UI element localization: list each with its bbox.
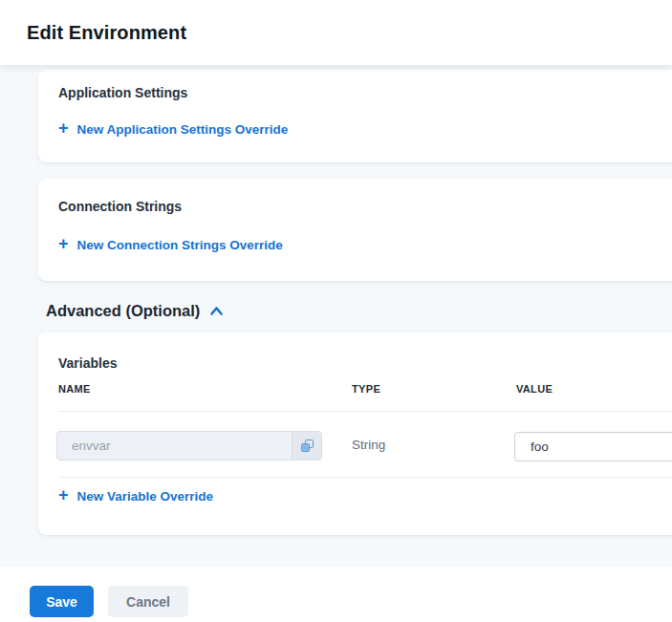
variable-value-input[interactable] (514, 432, 672, 461)
variable-name-field (56, 431, 322, 461)
column-header-name: NAME (58, 383, 91, 395)
plus-icon: + (58, 122, 69, 135)
card-title-variables: Variables (58, 355, 118, 371)
copy-button[interactable] (292, 432, 321, 460)
variable-type-value: String (352, 438, 385, 452)
card-title-connection-strings: Connection Strings (58, 199, 672, 214)
advanced-section-title: Advanced (Optional) (46, 302, 200, 320)
page-header: Edit Environment (0, 0, 672, 65)
add-link-label: New Application Settings Override (77, 122, 289, 137)
plus-icon: + (58, 238, 69, 250)
new-connection-strings-override-link[interactable]: + New Connection Strings Override (58, 238, 283, 252)
connection-strings-card: Connection Strings + New Connection Stri… (38, 179, 672, 281)
add-link-label: New Connection Strings Override (77, 238, 283, 252)
column-header-type: TYPE (352, 383, 380, 395)
chevron-up-icon (209, 306, 224, 316)
page-title: Edit Environment (27, 22, 186, 44)
table-divider (58, 411, 672, 412)
application-settings-card: Application Settings + New Application S… (38, 70, 672, 162)
card-title-application-settings: Application Settings (58, 85, 672, 100)
copy-icon (301, 440, 314, 452)
add-link-label: New Variable Override (77, 489, 214, 504)
plus-icon: + (58, 489, 69, 502)
new-application-settings-override-link[interactable]: + New Application Settings Override (58, 122, 288, 137)
table-divider (58, 477, 672, 478)
advanced-section-toggle[interactable]: Advanced (Optional) (46, 302, 224, 320)
column-header-value: VALUE (516, 383, 553, 395)
variables-card: Variables NAME TYPE VALUE String (38, 332, 672, 535)
new-variable-override-link[interactable]: + New Variable Override (58, 489, 213, 504)
save-button[interactable]: Save (30, 586, 94, 617)
variable-name-input (57, 432, 292, 460)
edit-environment-page: Edit Environment Application Settings + … (0, 0, 672, 622)
action-footer: Save Cancel (0, 567, 672, 622)
content-area: Application Settings + New Application S… (0, 65, 672, 567)
cancel-button[interactable]: Cancel (108, 586, 188, 617)
